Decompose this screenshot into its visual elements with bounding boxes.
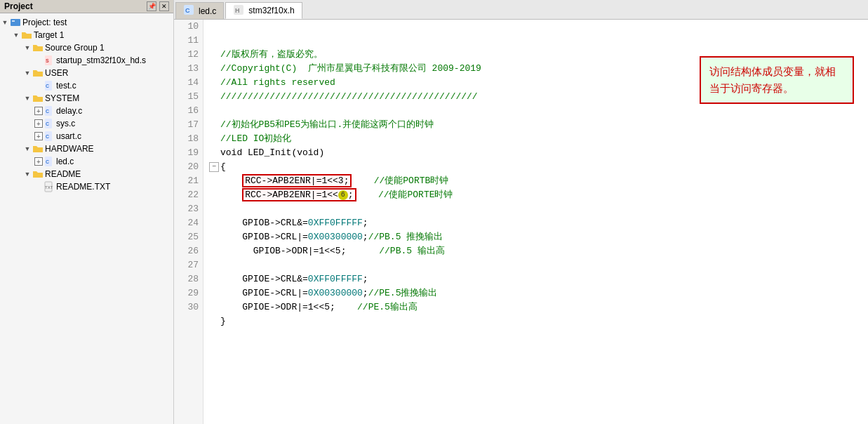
tree-toggle[interactable]: ▼ (22, 68, 32, 78)
tree-item-icon-folder (32, 93, 44, 104)
tree-toggle[interactable]: ▼ (11, 30, 21, 40)
tree-item-icon-file-c: C (44, 118, 55, 129)
code-text-20: RCC->APB2ENR|=1<<6; //使能PORTE时钟 (220, 188, 453, 202)
pin-button[interactable]: 📌 (147, 1, 156, 11)
tree-item-label-test-c: test.c (56, 81, 76, 91)
line-number-16: 16 (178, 104, 199, 118)
line-number-11: 11 (178, 34, 199, 48)
tab-led-c[interactable]: Cled.c (175, 2, 224, 19)
tree-toggle[interactable]: ▼ (22, 93, 32, 103)
tree-item-readme[interactable]: ▼README (0, 168, 173, 180)
line-number-29: 29 (178, 286, 199, 300)
tree-item-target1[interactable]: ▼Target 1 (0, 29, 173, 41)
code-line-14 (209, 104, 862, 118)
code-line-21 (209, 202, 862, 216)
panel-icons: 📌 ✕ (147, 1, 169, 11)
code-text-18: { (220, 160, 226, 174)
code-text-13: ////////////////////////////////////////… (220, 90, 478, 104)
code-panel: Cled.cHstm32f10x.h 101112131415161718192… (174, 0, 868, 424)
tree-item-project-root[interactable]: ▼Project: test (0, 16, 173, 29)
code-text-26: GPIOE->CRL&=0XFF0FFFFF; (220, 272, 368, 286)
tree-item-icon-file-c: C (44, 80, 55, 91)
line-number-27: 27 (178, 258, 199, 272)
tree-toggle[interactable]: + (34, 157, 44, 166)
line-number-28: 28 (178, 272, 199, 286)
tab-bar: Cled.cHstm32f10x.h (174, 0, 868, 20)
tree-item-icon-file-s: S (44, 55, 55, 66)
tree-item-user[interactable]: ▼USER (0, 67, 173, 79)
tree-toggle[interactable]: ▼ (22, 43, 32, 53)
tab-icon-stm32f10x-h: H (233, 4, 244, 18)
line-number-14: 14 (178, 76, 199, 90)
svg-text:C: C (46, 109, 49, 114)
code-line-27: GPIOE->CRL|=0X00300000;//PE.5推挽输出 (209, 286, 862, 300)
code-text-24: GPIOB->ODR|=1<<5; //PB.5 输出高 (220, 244, 445, 258)
svg-text:C: C (46, 84, 49, 88)
code-line-23: GPIOB->CRL|=0X00300000;//PB.5 推挽输出 (209, 230, 862, 244)
code-text-19: RCC->APB2ENR|=1<<3; //使能PORTB时钟 (220, 174, 448, 188)
tree-item-icon-file-c: C (44, 156, 55, 167)
tree-item-icon-folder (32, 42, 44, 53)
tree-item-delay-c[interactable]: +Cdelay.c (0, 105, 173, 117)
tree-toggle[interactable]: ▼ (22, 169, 32, 179)
line-number-18: 18 (178, 132, 199, 146)
tree-item-usart-c[interactable]: +Cusart.c (0, 130, 173, 143)
tree-item-label-hardware: HARDWARE (45, 144, 94, 154)
tree-toggle[interactable]: + (34, 119, 44, 128)
svg-rect-1 (12, 20, 15, 22)
tree-item-led-c[interactable]: +Cled.c (0, 155, 173, 168)
svg-rect-0 (11, 19, 20, 26)
tree-item-icon-folder (32, 143, 44, 154)
tab-stm32f10x-h[interactable]: Hstm32f10x.h (225, 2, 302, 19)
tree-item-label-system: SYSTEM (45, 93, 79, 103)
line-number-17: 17 (178, 118, 199, 132)
panel-title: Project (4, 1, 33, 11)
tree-item-icon-file-txt: TXT (44, 181, 55, 192)
collapse-icon-18[interactable]: − (209, 162, 219, 172)
tree-item-label-user: USER (45, 68, 68, 78)
project-panel: Project 📌 ✕ ▼Project: test▼Target 1▼Sour… (0, 0, 174, 424)
code-area[interactable]: 1011121314151617181920212223242526272829… (174, 20, 868, 424)
line-number-22: 22 (178, 188, 199, 202)
tree-toggle[interactable]: + (34, 131, 44, 141)
line-number-19: 19 (178, 146, 199, 160)
code-line-16: //LED IO初始化 (209, 132, 862, 146)
svg-text:H: H (235, 7, 240, 14)
panel-header: Project 📌 ✕ (0, 0, 173, 13)
code-text-16: //LED IO初始化 (220, 132, 291, 146)
highlight-box-20: RCC->APB2ENR|=1<<6; (242, 188, 356, 201)
annotation-text: 访问结构体成员变量，就相当于访问寄存器。 (709, 65, 836, 94)
code-line-25 (209, 258, 862, 272)
tree-item-hardware[interactable]: ▼HARDWARE (0, 143, 173, 155)
svg-text:C: C (185, 7, 190, 14)
close-panel-button[interactable]: ✕ (159, 1, 169, 11)
code-text-10: //版权所有，盗版必究。 (220, 48, 323, 62)
line-numbers: 1011121314151617181920212223242526272829… (174, 20, 203, 424)
tree-item-sys-c[interactable]: +Csys.c (0, 117, 173, 130)
line-number-13: 13 (178, 62, 199, 76)
tree-item-startup[interactable]: Sstartup_stm32f10x_hd.s (0, 54, 173, 67)
svg-text:S: S (46, 58, 49, 63)
cursor-marker: 6 (338, 190, 348, 200)
tree-toggle[interactable]: + (34, 106, 44, 116)
tree-item-system[interactable]: ▼SYSTEM (0, 92, 173, 105)
project-tree: ▼Project: test▼Target 1▼Source Group 1Ss… (0, 13, 173, 424)
svg-text:C: C (46, 159, 49, 164)
tree-item-label-led-c: led.c (56, 157, 74, 166)
tree-item-icon-folder (32, 67, 44, 79)
tree-item-test-c[interactable]: Ctest.c (0, 79, 173, 92)
line-number-20: 20 (178, 160, 199, 174)
tree-item-label-target1: Target 1 (34, 30, 64, 40)
line-number-12: 12 (178, 48, 199, 62)
code-line-18: −{ (209, 160, 862, 174)
tree-toggle[interactable]: ▼ (22, 144, 32, 154)
tree-item-source-group-1[interactable]: ▼Source Group 1 (0, 41, 173, 54)
line-number-24: 24 (178, 216, 199, 230)
code-text-11: //Copyright(C) 广州市星翼电子科技有限公司 2009-2019 (220, 62, 481, 76)
tree-toggle[interactable]: ▼ (0, 18, 10, 27)
line-number-23: 23 (178, 202, 199, 216)
line-number-15: 15 (178, 90, 199, 104)
tree-item-readme-txt[interactable]: TXTREADME.TXT (0, 180, 173, 193)
code-text-28: GPIOE->ODR|=1<<5; //PE.5输出高 (220, 300, 418, 314)
tree-item-label-usart-c: usart.c (56, 131, 81, 141)
